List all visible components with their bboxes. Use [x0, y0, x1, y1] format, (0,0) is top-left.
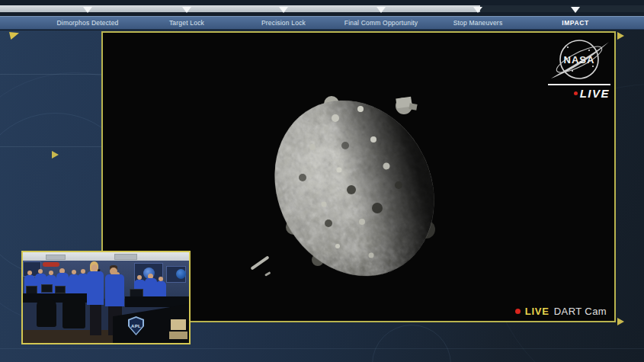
pip-storage-box: [171, 319, 186, 330]
bg-grid-line: [0, 146, 101, 147]
pip-rocket-model: [43, 262, 59, 267]
mission-control-pip: APL: [21, 251, 191, 344]
broadcast-frame: Dimorphos Detected Target Lock Precision…: [0, 0, 644, 362]
live-red-dot-icon: [515, 309, 521, 314]
dart-cam-live-label: LIVE: [525, 306, 549, 317]
mission-timeline: Dimorphos Detected Target Lock Precision…: [0, 0, 644, 30]
timeline-marker-icon: [279, 7, 288, 13]
pip-ceiling-vent: [46, 255, 66, 260]
dart-cam-label: DART Cam: [554, 306, 607, 317]
pip-woman-shirt: [87, 271, 104, 305]
timeline-marker-icon: [473, 7, 482, 13]
stage-label-impact: IMPACT: [518, 19, 633, 27]
stage-label-dimorphos-detected: Dimorphos Detected: [30, 19, 145, 27]
right-arrow-icon: [617, 318, 624, 325]
pip-monitor: [41, 284, 53, 293]
timeline-progress-fill: [0, 5, 480, 12]
timeline-marker-icon: [571, 7, 580, 13]
bg-grid-line: [0, 74, 101, 75]
pip-ceiling-vent: [114, 254, 137, 260]
nasa-divider-line: [548, 84, 610, 85]
timeline-marker-icon: [182, 7, 191, 13]
corner-arrow-icon: [9, 32, 19, 40]
pip-office-chair: [62, 298, 85, 328]
live-red-dot-icon: [574, 91, 578, 95]
timeline-marker-icon: [83, 7, 92, 13]
pip-woman-head: [91, 264, 98, 271]
right-arrow-icon: [617, 32, 624, 40]
timeline-marker-icon: [376, 7, 386, 13]
bg-circle-decoration: [372, 325, 451, 362]
bg-grid-line: [0, 348, 644, 349]
pip-woman-legs: [90, 305, 101, 335]
nasa-insignia-icon: NASA: [546, 37, 612, 84]
pip-storage-box: [169, 332, 187, 339]
nasa-live-bug: NASA LIVE: [546, 37, 612, 101]
apl-label: APL: [131, 324, 141, 328]
live-badge: LIVE: [574, 87, 610, 100]
right-arrow-icon: [52, 151, 59, 159]
debris-streak: [250, 255, 269, 270]
nasa-logo-text: NASA: [564, 54, 595, 66]
pip-monitor: [55, 286, 66, 293]
pip-office-chair: [37, 300, 56, 327]
pip-desk: [125, 296, 189, 307]
dart-cam-caption: LIVE DART Cam: [515, 306, 607, 317]
pip-man-shirt: [105, 274, 124, 306]
timeline-label-band: Dimorphos Detected Target Lock Precision…: [0, 16, 644, 30]
live-badge-label: LIVE: [580, 87, 610, 100]
pip-nasa-meatball: [176, 269, 186, 279]
